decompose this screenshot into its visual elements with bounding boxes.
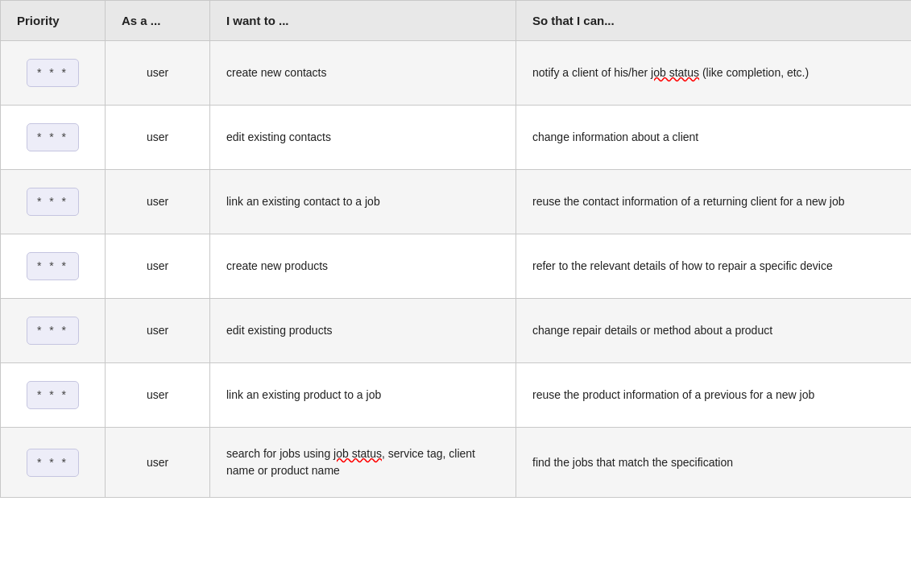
table-row: * * *useredit existing contactschange in… (1, 106, 912, 170)
priority-cell: * * * (1, 106, 106, 170)
priority-cell: * * * (1, 234, 106, 299)
so-that-cell: find the jobs that match the specificati… (516, 428, 912, 498)
i-want-cell: search for jobs using job status, servic… (210, 428, 516, 498)
table-wrapper: Priority As a ... I want to ... So that … (0, 0, 911, 588)
i-want-cell: edit existing contacts (210, 106, 516, 170)
i-want-cell: link an existing product to a job (210, 363, 516, 428)
priority-cell: * * * (1, 170, 106, 234)
priority-cell: * * * (1, 299, 106, 363)
so-that-cell: change information about a client (516, 106, 912, 170)
table-row: * * *userlink an existing contact to a j… (1, 170, 912, 234)
table-row: * * *useredit existing productschange re… (1, 299, 912, 363)
so-that-cell: reuse the contact information of a retur… (516, 170, 912, 234)
priority-badge: * * * (27, 381, 79, 409)
table-row: * * *usersearch for jobs using job statu… (1, 428, 912, 498)
so-that-cell: reuse the product information of a previ… (516, 363, 912, 428)
table-row: * * *usercreate new contactsnotify a cli… (1, 41, 912, 106)
table-row: * * *userlink an existing product to a j… (1, 363, 912, 428)
priority-badge: * * * (27, 449, 79, 477)
i-want-cell: edit existing products (210, 299, 516, 363)
i-want-cell: create new contacts (210, 41, 516, 106)
table-header-row: Priority As a ... I want to ... So that … (1, 1, 912, 41)
as-a-cell: user (106, 234, 210, 299)
i-want-cell: link an existing contact to a job (210, 170, 516, 234)
as-a-cell: user (106, 170, 210, 234)
priority-badge: * * * (27, 188, 79, 216)
i-want-cell: create new products (210, 234, 516, 299)
as-a-cell: user (106, 299, 210, 363)
as-a-cell: user (106, 363, 210, 428)
header-i-want: I want to ... (210, 1, 516, 41)
priority-badge: * * * (27, 252, 79, 280)
header-so-that: So that I can... (516, 1, 912, 41)
so-that-cell: refer to the relevant details of how to … (516, 234, 912, 299)
header-priority: Priority (1, 1, 106, 41)
as-a-cell: user (106, 106, 210, 170)
priority-cell: * * * (1, 363, 106, 428)
priority-badge: * * * (27, 59, 79, 87)
so-that-cell: notify a client of his/her job status (l… (516, 41, 912, 106)
table-row: * * *usercreate new productsrefer to the… (1, 234, 912, 299)
as-a-cell: user (106, 428, 210, 498)
so-that-cell: change repair details or method about a … (516, 299, 912, 363)
priority-cell: * * * (1, 41, 106, 106)
priority-badge: * * * (27, 317, 79, 345)
as-a-cell: user (106, 41, 210, 106)
priority-cell: * * * (1, 428, 106, 498)
priority-badge: * * * (27, 123, 79, 151)
header-as-a: As a ... (106, 1, 210, 41)
user-stories-table: Priority As a ... I want to ... So that … (0, 0, 911, 498)
